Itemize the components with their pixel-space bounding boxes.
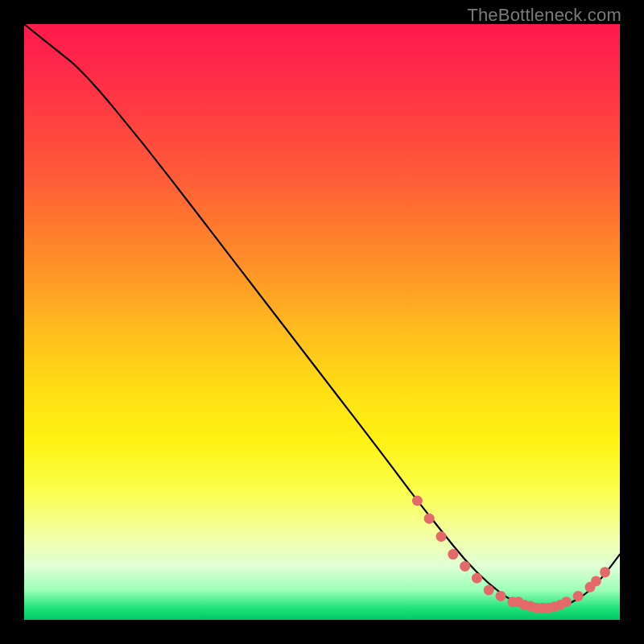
curve-marker: [561, 597, 572, 607]
curve-marker: [573, 591, 584, 601]
curve-marker: [436, 531, 447, 542]
curve-marker: [448, 549, 458, 559]
watermark-text: TheBottleneck.com: [467, 5, 621, 26]
curve-marker: [591, 576, 601, 586]
curve-marker: [472, 573, 482, 584]
curve-marker: [460, 561, 470, 572]
curve-marker: [496, 591, 506, 601]
curve-svg: [24, 24, 620, 620]
curve-marker: [412, 496, 423, 506]
curve-marker: [424, 514, 435, 524]
bottleneck-curve-line: [24, 24, 620, 608]
curve-marker: [484, 585, 494, 596]
curve-marker: [600, 567, 610, 577]
chart-stage: TheBottleneck.com: [0, 0, 644, 644]
curve-markers: [412, 496, 610, 613]
plot-area: [24, 24, 620, 620]
